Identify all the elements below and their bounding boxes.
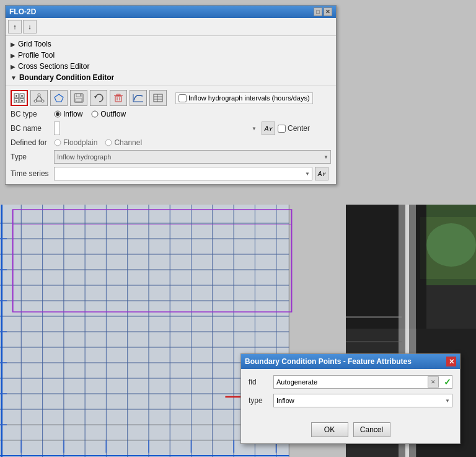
bc-type-label: BC type — [11, 110, 54, 118]
fid-input-wrapper: ✕ ✓ — [273, 375, 452, 389]
undo-icon — [93, 93, 104, 103]
svg-point-7 — [21, 100, 23, 102]
table-button[interactable] — [149, 90, 167, 106]
dialog-close-button[interactable]: ✕ — [446, 357, 456, 366]
type-select[interactable]: Inflow Outflow — [273, 394, 452, 407]
inflow-hydrograph-checkbox[interactable] — [178, 94, 187, 102]
dialog-type-row: type Inflow Outflow — [249, 394, 452, 407]
svg-point-5 — [21, 95, 23, 97]
ay-button[interactable]: Aʏ — [262, 122, 275, 135]
add-point-button[interactable] — [11, 90, 28, 106]
save-icon — [73, 93, 84, 103]
window-title: FLO-2D — [9, 7, 36, 16]
polygon-icon — [53, 93, 64, 103]
dialog-close-icon: ✕ — [449, 358, 454, 366]
move-down-button[interactable]: ↓ — [23, 20, 37, 33]
svg-marker-15 — [94, 96, 97, 99]
sidebar-item-label: Profile Tool — [18, 51, 55, 60]
sidebar-item-label: Grid Tools — [18, 40, 51, 48]
center-label: Center — [288, 124, 331, 133]
cancel-button[interactable]: Cancel — [353, 422, 390, 437]
sidebar-item-cross-sections[interactable]: ▶ Cross Sections Editor — [11, 61, 331, 72]
clear-icon: ✕ — [431, 379, 436, 385]
inflow-hydrograph-label: Inflow hydrograph intervals (hours/days) — [188, 94, 310, 102]
polygon-button[interactable] — [50, 90, 68, 106]
svg-point-30 — [55, 140, 61, 146]
top-toolbar: ↑ ↓ — [6, 18, 336, 36]
center-checkbox[interactable] — [278, 125, 286, 133]
tree-arrow-bc: ▼ — [11, 74, 17, 81]
svg-rect-13 — [76, 99, 82, 102]
inflow-radio-item[interactable]: Inflow — [54, 110, 82, 118]
bc-type-row: BC type Inflow Outflow — [11, 110, 331, 118]
defined-for-row: Defined for Floodplain Channel — [11, 138, 331, 147]
sidebar-item-grid-tools[interactable]: ▶ Grid Tools — [11, 38, 331, 50]
bc-toolbar: Inflow hydrograph intervals (hours/days) — [11, 90, 331, 106]
bc-editor-panel: Inflow hydrograph intervals (hours/days)… — [6, 86, 336, 184]
floodplain-radio-item[interactable]: Floodplain — [54, 138, 97, 147]
time-series-dropdown-wrapper[interactable] — [54, 167, 312, 180]
cancel-label: Cancel — [360, 425, 383, 434]
tree-arrow-profile: ▶ — [11, 52, 15, 59]
sidebar-item-profile-tool[interactable]: ▶ Profile Tool — [11, 50, 331, 61]
up-arrow-icon: ↑ — [13, 23, 17, 30]
fid-input[interactable] — [273, 375, 452, 389]
save-button[interactable] — [70, 90, 87, 106]
time-series-dropdown[interactable] — [54, 167, 312, 180]
svg-rect-18 — [117, 94, 120, 95]
svg-point-31 — [105, 140, 112, 146]
type-select-wrapper[interactable]: Inflow Outflow — [273, 394, 452, 407]
delete-button[interactable] — [110, 90, 127, 106]
bc-name-dropdown[interactable] — [54, 122, 60, 135]
svg-point-113 — [426, 223, 476, 267]
inflow-hydrograph-check-group: Inflow hydrograph intervals (hours/days) — [175, 92, 313, 104]
curve-button[interactable] — [130, 90, 147, 106]
type-dropdown[interactable]: Inflow hydrograph — [54, 150, 331, 164]
move-up-button[interactable]: ↑ — [8, 20, 22, 33]
fid-clear-button[interactable]: ✕ — [428, 376, 439, 388]
curve-icon — [133, 93, 144, 103]
defined-for-label: Defined for — [11, 138, 54, 147]
svg-point-8 — [38, 94, 40, 96]
dialog-fid-row: fid ✕ ✓ — [249, 375, 452, 389]
outflow-radio-item[interactable]: Outflow — [91, 110, 126, 118]
down-arrow-icon: ↓ — [28, 23, 32, 30]
title-bar-controls: □ ✕ — [314, 7, 332, 16]
svg-point-29 — [92, 111, 98, 117]
tree-arrow-grid: ▶ — [11, 41, 15, 48]
svg-rect-118 — [346, 316, 402, 318]
edit-point-icon — [33, 93, 45, 103]
time-series-label: Time series — [11, 169, 54, 178]
maximize-button[interactable]: □ — [314, 7, 322, 16]
inflow-radio-icon — [54, 110, 61, 118]
ok-button[interactable]: OK — [311, 422, 348, 437]
svg-point-10 — [42, 100, 44, 102]
time-series-ay-button[interactable]: Aʏ — [315, 167, 328, 180]
type-dropdown-wrapper[interactable]: Inflow hydrograph — [54, 150, 331, 164]
bc-points-dialog: Boundary Condition Points - Feature Attr… — [240, 353, 461, 444]
svg-rect-16 — [115, 96, 121, 102]
bc-name-row: BC name Aʏ Center — [11, 122, 331, 135]
channel-radio-item[interactable]: Channel — [105, 138, 142, 147]
dialog-title-bar: Boundary Condition Points - Feature Attr… — [241, 354, 460, 369]
center-check-group: Center — [278, 124, 331, 133]
tree-panel: ▶ Grid Tools ▶ Profile Tool ▶ Cross Sect… — [6, 36, 336, 86]
svg-rect-119 — [346, 341, 402, 342]
table-icon — [152, 93, 164, 103]
svg-point-9 — [34, 100, 37, 102]
bc-name-label: BC name — [11, 124, 54, 133]
close-button[interactable]: ✕ — [324, 7, 332, 16]
svg-rect-23 — [154, 94, 162, 102]
ay-icon: Aʏ — [265, 125, 273, 132]
sidebar-item-bc-editor[interactable]: ▼ Boundary Condition Editor — [11, 72, 331, 83]
bc-name-dropdown-wrapper[interactable] — [54, 122, 259, 135]
time-series-row: Time series Aʏ — [11, 167, 331, 180]
svg-point-4 — [15, 95, 17, 97]
svg-point-28 — [56, 112, 60, 116]
edit-point-button[interactable] — [30, 90, 48, 106]
fid-label: fid — [249, 378, 273, 386]
sidebar-item-label: Cross Sections Editor — [18, 62, 89, 71]
undo-button[interactable] — [90, 90, 107, 106]
channel-label: Channel — [114, 138, 142, 147]
svg-point-6 — [15, 100, 17, 102]
